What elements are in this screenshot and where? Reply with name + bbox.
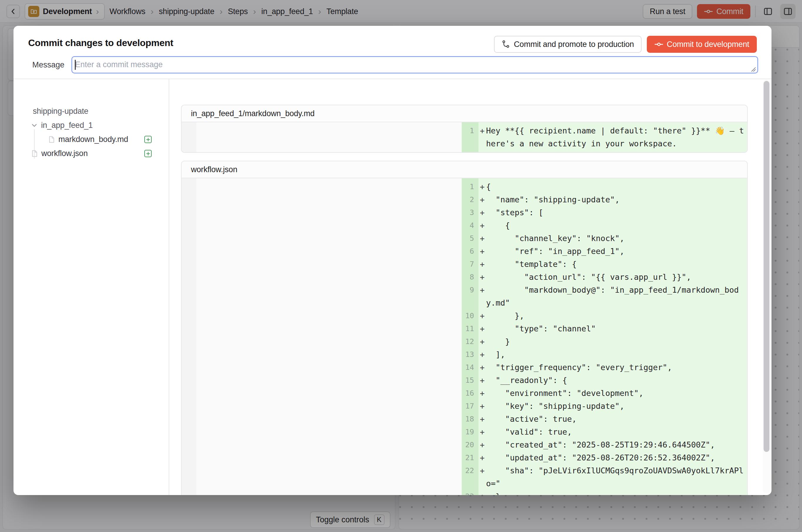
diff-line-text: "markdown_body@": "in_app_feed_1/markdow… <box>486 284 748 309</box>
diff-added-sign: + <box>479 464 486 490</box>
diff-line-text: ], <box>486 348 748 361</box>
diff-added-sign: + <box>479 438 486 451</box>
diff-line-text: "key": "shipping-update", <box>486 400 748 413</box>
diff-line-number: 10 <box>462 309 479 322</box>
diff-line: 4+ { <box>182 219 747 232</box>
diff-added-sign: + <box>479 206 486 219</box>
diff-added-sign: + <box>479 335 486 348</box>
diff-line-number: 18 <box>462 413 479 425</box>
diff-line: 18+ "active": true, <box>182 413 747 425</box>
file-icon <box>31 150 38 157</box>
diff-line-text: "trigger_frequency": "every_trigger", <box>486 361 748 374</box>
resize-grip-icon[interactable] <box>750 66 756 72</box>
diff-added-sign: + <box>479 490 486 495</box>
diff-added-sign: + <box>479 361 486 374</box>
diff-added-sign: + <box>479 125 486 150</box>
diff-panel-markdown-body: in_app_feed_1/markdown_body.md 1+Hey **{… <box>181 105 748 153</box>
diff-line: 1+{ <box>182 180 747 193</box>
tree-item-workflow-root[interactable]: shipping-update <box>33 104 88 118</box>
diff-line-number: 6 <box>462 245 479 258</box>
diff-line-text: Hey **{{ recipient.name | default: "ther… <box>486 125 748 150</box>
diff-line: 3+ "steps": [ <box>182 206 747 219</box>
diff-added-sign: + <box>479 451 486 464</box>
commit-icon <box>654 40 663 49</box>
commit-message-input[interactable] <box>72 56 758 73</box>
divider <box>169 79 169 495</box>
commit-and-promote-button[interactable]: Commit and promote to production <box>494 36 641 53</box>
diff-added-sign: + <box>479 374 486 387</box>
diff-line-number: 5 <box>462 232 479 245</box>
diff-line-text: }, <box>486 309 748 322</box>
diff-line-text: "valid": true, <box>486 425 748 438</box>
diff-line-text: } <box>486 490 748 495</box>
diff-line-text: "steps": [ <box>486 206 748 219</box>
diff-line: 1+Hey **{{ recipient.name | default: "th… <box>182 125 747 150</box>
diff-body: 1+Hey **{{ recipient.name | default: "th… <box>182 122 747 153</box>
diff-line-number: 23 <box>462 490 479 495</box>
diff-line: 7+ "template": { <box>182 258 747 271</box>
diff-line-number: 12 <box>462 335 479 348</box>
tree-root-label: shipping-update <box>33 107 88 116</box>
diff-added-sign: + <box>479 180 486 193</box>
diff-added-sign: + <box>479 245 486 258</box>
diff-line: 23+ } <box>182 490 747 495</box>
diff-line: 5+ "channel_key": "knock", <box>182 232 747 245</box>
diff-added-sign: + <box>479 309 486 322</box>
diff-line: 22+ "sha": "pJeLVir6xIlUCMGqs9qroZoUAVDS… <box>182 464 747 490</box>
diff-line-text: "active": true, <box>486 413 748 425</box>
diff-line: 9+ "markdown_body@": "in_app_feed_1/mark… <box>182 284 747 309</box>
file-added-icon <box>144 150 152 157</box>
diff-line-number: 1 <box>462 180 479 193</box>
diff-line-text: "updated_at": "2025-08-26T20:26:52.36400… <box>486 451 748 464</box>
message-label: Message <box>32 60 64 70</box>
diff-line-number: 17 <box>462 400 479 413</box>
text-caret <box>75 60 76 70</box>
tree-file-label: workflow.json <box>41 149 88 158</box>
diff-line-number: 9 <box>462 284 479 309</box>
diff-added-sign: + <box>479 271 486 284</box>
diff-line-text: "template": { <box>486 258 748 271</box>
diff-line-number: 19 <box>462 425 479 438</box>
diff-panel-workflow-json: workflow.json 1+{2+ "name": "shipping-up… <box>181 161 748 495</box>
commit-to-development-label: Commit to development <box>667 40 749 49</box>
diff-added-sign: + <box>479 425 486 438</box>
tree-item-workflow-json[interactable]: workflow.json <box>31 146 88 160</box>
file-icon <box>48 135 55 144</box>
divider <box>14 79 771 79</box>
promote-branch-icon <box>502 40 510 49</box>
diff-line-number: 14 <box>462 361 479 374</box>
tree-item-markdown-body[interactable]: markdown_body.md <box>48 132 128 146</box>
file-added-icon <box>144 136 152 143</box>
diff-added-sign: + <box>479 322 486 335</box>
diff-added-sign: + <box>479 284 486 309</box>
diff-line-number: 11 <box>462 322 479 335</box>
diff-line-number: 1 <box>462 125 479 150</box>
modal-scrollbar-thumb[interactable] <box>764 81 769 452</box>
diff-line: 17+ "key": "shipping-update", <box>182 400 747 413</box>
diff-filename: workflow.json <box>182 161 747 178</box>
diff-line: 14+ "trigger_frequency": "every_trigger"… <box>182 361 747 374</box>
dialog-title: Commit changes to development <box>28 38 173 49</box>
diff-line-number: 15 <box>462 374 479 387</box>
diff-line: 19+ "valid": true, <box>182 425 747 438</box>
diff-added-sign: + <box>479 413 486 425</box>
chevron-down-icon <box>31 121 38 129</box>
diff-line-text: "type": "channel" <box>486 322 748 335</box>
diff-line: 10+ }, <box>182 309 747 322</box>
diff-line-number: 20 <box>462 438 479 451</box>
tree-item-step-folder[interactable]: in_app_feed_1 <box>31 118 93 132</box>
diff-line-text: } <box>486 335 748 348</box>
diff-line: 13+ ], <box>182 348 747 361</box>
diff-added-sign: + <box>479 348 486 361</box>
tree-file-label: markdown_body.md <box>58 135 128 144</box>
diff-line-text: "sha": "pJeLVir6xIlUCMGqs9qroZoUAVDSwA0y… <box>486 464 748 490</box>
diff-added-sign: + <box>479 258 486 271</box>
diff-body: 1+{2+ "name": "shipping-update",3+ "step… <box>182 178 747 495</box>
commit-to-development-button[interactable]: Commit to development <box>647 36 757 53</box>
diff-filename: in_app_feed_1/markdown_body.md <box>182 105 747 122</box>
diff-line: 16+ "environment": "development", <box>182 387 747 400</box>
diff-line: 2+ "name": "shipping-update", <box>182 193 747 206</box>
diff-line-text: "ref": "in_app_feed_1", <box>486 245 748 258</box>
commit-and-promote-label: Commit and promote to production <box>514 40 634 49</box>
dialog-actions: Commit and promote to production Commit … <box>494 36 757 53</box>
